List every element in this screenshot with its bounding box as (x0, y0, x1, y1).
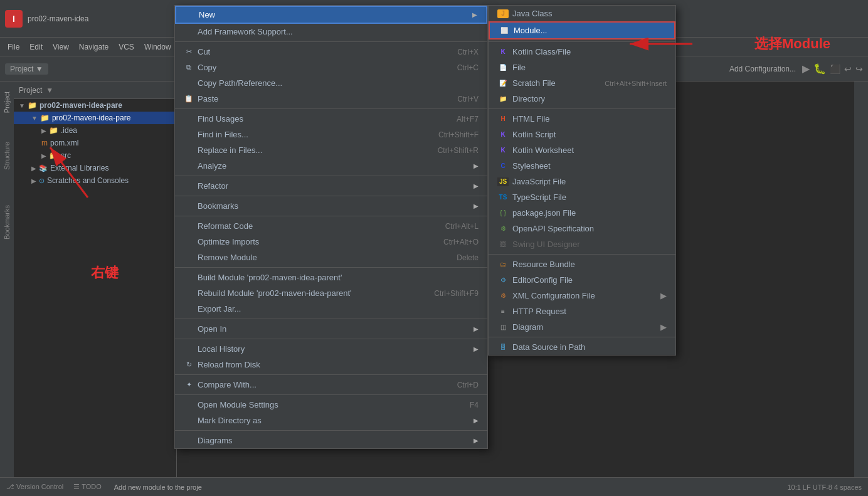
status-right: 10:1 LF UTF-8 4 spaces (787, 483, 862, 491)
ctx-open-in-arrow: ▶ (474, 325, 479, 332)
stop-icon[interactable]: ⬛ (830, 64, 840, 74)
menu-vcs[interactable]: VCS (114, 40, 139, 54)
ctx-refactor[interactable]: Refactor ▶ (175, 178, 487, 194)
sub-java-class[interactable]: J Java Class (489, 6, 675, 21)
editorconfig-icon: ⚙ (497, 276, 509, 285)
sub-http-label: HTTP Request (512, 307, 566, 316)
sub-http-request[interactable]: ≡ HTTP Request (489, 303, 675, 319)
sub-directory-label: Directory (512, 94, 545, 103)
sub-package-json-label: package.json File (512, 208, 576, 218)
ctx-cut-label: Cut (198, 47, 445, 56)
ctx-open-in-label: Open In (198, 324, 474, 334)
ctx-find-in-files[interactable]: Find in Files... Ctrl+Shift+F (175, 127, 487, 142)
tree-root[interactable]: ▼ 📁 pro02-maven-idea-pare (14, 99, 176, 112)
run-config[interactable]: Add Configuration... (729, 65, 796, 73)
menu-window[interactable]: Window (139, 40, 176, 54)
swing-ui-icon: 🖼 (497, 240, 509, 249)
ctx-find-usages[interactable]: Find Usages Alt+F7 (175, 111, 487, 127)
ctx-analyze[interactable]: Analyze ▶ (175, 158, 487, 174)
menu-view[interactable]: View (48, 40, 74, 54)
expand-icon: ▶ (31, 177, 36, 184)
ctx-open-module-settings[interactable]: Open Module Settings F4 (175, 397, 487, 413)
sub-editorconfig[interactable]: ⚙ EditorConfig File (489, 272, 675, 288)
ctx-reload-label: Reload from Disk (198, 360, 479, 369)
ctx-add-framework[interactable]: Add Framework Support... (175, 24, 487, 40)
sub-stylesheet[interactable]: C Stylesheet (489, 158, 675, 174)
sub-directory[interactable]: 📁 Directory (489, 91, 675, 107)
sub-openapi[interactable]: ⚙ OpenAPI Specification (489, 221, 675, 236)
ctx-copy-path[interactable]: Copy Path/Reference... (175, 75, 487, 91)
vcs-icon: ⎇ (6, 483, 14, 490)
todo-label: TODO (82, 483, 102, 490)
sub-sep3 (489, 254, 675, 255)
back-icon[interactable]: ↩ (844, 64, 852, 74)
debug-icon[interactable]: 🐛 (813, 63, 826, 75)
ctx-new-arrow: ▶ (472, 11, 477, 18)
run-icon[interactable]: ▶ (802, 63, 810, 75)
ctx-mark-directory[interactable]: Mark Directory as ▶ (175, 413, 487, 428)
ctx-compare-icon: ✦ (184, 381, 194, 389)
forward-icon[interactable]: ↪ (855, 64, 863, 74)
ctx-build-module[interactable]: Build Module 'pro02-maven-idea-parent' (175, 270, 487, 285)
ctx-diagrams[interactable]: Diagrams ▶ (175, 433, 487, 448)
side-tab-project[interactable]: Project (2, 87, 12, 118)
side-tab-structure[interactable]: Structure (2, 137, 12, 175)
ctx-open-in[interactable]: Open In ▶ (175, 321, 487, 337)
ctx-rebuild-module[interactable]: Rebuild Module 'pro02-maven-idea-parent'… (175, 285, 487, 301)
ctx-optimize-imports[interactable]: Optimize Imports Ctrl+Alt+O (175, 234, 487, 250)
ctx-cut[interactable]: ✂ Cut Ctrl+X (175, 44, 487, 60)
arrow-from-project (38, 135, 113, 210)
ctx-local-history[interactable]: Local History ▶ (175, 341, 487, 357)
ctx-sep6 (175, 267, 487, 268)
todo-tab[interactable]: ☰ TODO (73, 483, 101, 491)
ctx-paste[interactable]: 📋 Paste Ctrl+V (175, 91, 487, 107)
expand-icon: ▼ (31, 115, 38, 122)
sub-kotlin-worksheet-label: Kotlin Worksheet (512, 145, 574, 155)
sub-html[interactable]: H HTML File (489, 111, 675, 127)
project-panel-dropdown[interactable]: ▼ (46, 86, 53, 95)
kotlin-class-icon: K (497, 48, 509, 56)
version-control-tab[interactable]: ⎇ Version Control (6, 483, 63, 491)
ctx-sep9 (175, 374, 487, 375)
ctx-replace-in-files[interactable]: Replace in Files... Ctrl+Shift+R (175, 142, 487, 158)
sub-xml-config[interactable]: ⚙ XML Configuration File ▶ (489, 288, 675, 303)
menu-edit[interactable]: Edit (24, 40, 48, 54)
ctx-reformat[interactable]: Reformat Code Ctrl+Alt+L (175, 218, 487, 234)
annotation-right-click: 右键 (91, 263, 119, 282)
ctx-bookmarks[interactable]: Bookmarks ▶ (175, 198, 487, 214)
sub-file[interactable]: 📄 File (489, 60, 675, 75)
sub-openapi-label: OpenAPI Specification (512, 224, 594, 233)
menu-navigate[interactable]: Navigate (74, 40, 114, 54)
sub-diagram[interactable]: ◫ Diagram ▶ (489, 319, 675, 335)
ctx-optimize-label: Optimize Imports (198, 237, 431, 246)
ctx-new-label: New (199, 10, 472, 19)
sub-kotlin-worksheet[interactable]: K Kotlin Worksheet (489, 142, 675, 158)
sub-sep2 (489, 108, 675, 109)
arrow-to-module (617, 31, 705, 56)
side-tab-bookmarks[interactable]: Bookmarks (2, 200, 12, 245)
ctx-open-module-label: Open Module Settings (198, 400, 457, 409)
ctx-export-jar[interactable]: Export Jar... (175, 301, 487, 317)
ctx-copy[interactable]: ⧉ Copy Ctrl+C (175, 60, 487, 75)
sub-resource-bundle[interactable]: 🗂 Resource Bundle (489, 256, 675, 272)
ctx-remove-module[interactable]: Remove Module Delete (175, 250, 487, 265)
tree-selected-item[interactable]: ▼ 📁 pro02-maven-idea-pare (14, 112, 176, 124)
ctx-compare-with[interactable]: ✦ Compare With... Ctrl+D (175, 377, 487, 393)
sub-package-json[interactable]: { } package.json File (489, 205, 675, 221)
ctx-copy-icon: ⧉ (184, 63, 194, 71)
menu-file[interactable]: File (3, 40, 24, 54)
ctx-new[interactable]: New ▶ (175, 6, 487, 24)
folder-icon: 📁 (40, 113, 50, 122)
sub-scratch-file[interactable]: 📝 Scratch File Ctrl+Alt+Shift+Insert (489, 75, 675, 91)
sub-swing-ui[interactable]: 🖼 Swing UI Designer (489, 236, 675, 252)
sub-typescript[interactable]: TS TypeScript File (489, 189, 675, 205)
ctx-reload[interactable]: ↻ Reload from Disk (175, 357, 487, 372)
ctx-local-history-arrow: ▶ (474, 346, 479, 352)
project-dropdown[interactable]: Project ▼ (5, 63, 48, 75)
sub-data-source[interactable]: 🗄 Data Source in Path (489, 339, 675, 355)
right-side-tabs (854, 82, 868, 477)
ctx-compare-shortcut: Ctrl+D (457, 381, 479, 389)
sub-javascript[interactable]: JS JavaScript File (489, 174, 675, 189)
sub-kotlin-script[interactable]: K Kotlin Script (489, 127, 675, 142)
sub-editorconfig-label: EditorConfig File (512, 275, 573, 285)
